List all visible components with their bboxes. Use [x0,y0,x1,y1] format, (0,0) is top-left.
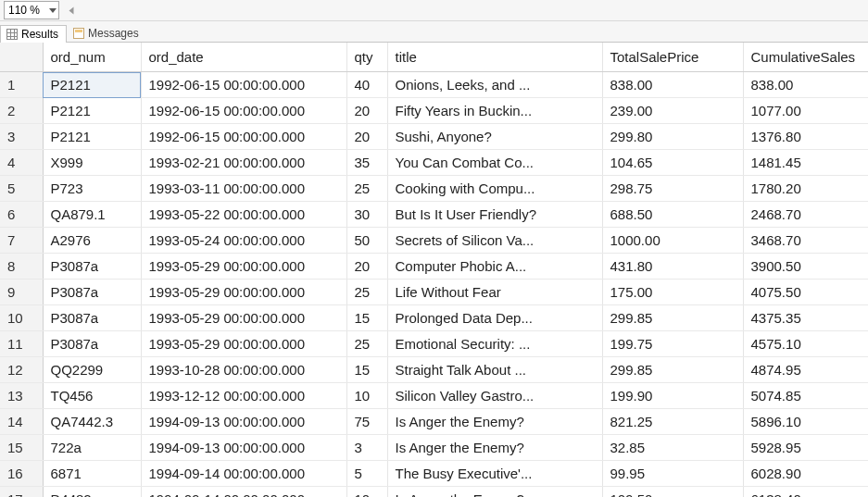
rownum-header[interactable] [0,43,43,72]
cell-total[interactable]: 104.65 [602,150,743,176]
cell-cum[interactable]: 2468.70 [743,202,868,228]
cell-qty[interactable]: 15 [346,305,387,331]
cell-cum[interactable]: 4575.10 [743,331,868,357]
rownum-cell[interactable]: 11 [0,331,43,357]
cell-total[interactable]: 32.85 [602,435,743,461]
col-header-ordnum[interactable]: ord_num [43,43,141,72]
cell-title[interactable]: Life Without Fear [387,280,602,305]
cell-total[interactable]: 838.00 [602,72,743,98]
cell-cum[interactable]: 1376.80 [743,124,868,150]
cell-ord_num[interactable]: QA879.1 [43,202,141,228]
cell-total[interactable]: 299.80 [602,124,743,150]
cell-title[interactable]: Silicon Valley Gastro... [387,383,602,409]
cell-ord_date[interactable]: 1993-10-28 00:00:00.000 [141,357,346,383]
table-row[interactable]: 7A29761993-05-24 00:00:00.00050Secrets o… [0,228,868,254]
cell-ord_num[interactable]: 722a [43,435,141,461]
cell-qty[interactable]: 25 [346,331,387,357]
cell-qty[interactable]: 15 [346,357,387,383]
cell-ord_date[interactable]: 1993-05-29 00:00:00.000 [141,331,346,357]
cell-cum[interactable]: 6138.40 [743,487,868,498]
table-row[interactable]: 6QA879.11993-05-22 00:00:00.00030But Is … [0,202,868,228]
rownum-cell[interactable]: 17 [0,487,43,498]
cell-title[interactable]: Prolonged Data Dep... [387,305,602,331]
table-row[interactable]: 14QA7442.31994-09-13 00:00:00.00075Is An… [0,409,868,435]
cell-title[interactable]: Emotional Security: ... [387,331,602,357]
cell-ord_num[interactable]: P3087a [43,254,141,280]
rownum-cell[interactable]: 13 [0,383,43,409]
table-row[interactable]: 13TQ4561993-12-12 00:00:00.00010Silicon … [0,383,868,409]
table-row[interactable]: 2P21211992-06-15 00:00:00.00020Fifty Yea… [0,98,868,124]
cell-qty[interactable]: 25 [346,176,387,202]
col-header-cum[interactable]: CumulativeSales [743,43,868,72]
col-header-orddate[interactable]: ord_date [141,43,346,72]
cell-ord_date[interactable]: 1994-09-13 00:00:00.000 [141,435,346,461]
cell-total[interactable]: 299.85 [602,305,743,331]
cell-qty[interactable]: 75 [346,409,387,435]
cell-qty[interactable]: 20 [346,254,387,280]
table-row[interactable]: 15722a1994-09-13 00:00:00.0003Is Anger t… [0,435,868,461]
cell-qty[interactable]: 35 [346,150,387,176]
cell-ord_num[interactable]: QA7442.3 [43,409,141,435]
cell-total[interactable]: 99.95 [602,461,743,487]
cell-total[interactable]: 1000.00 [602,228,743,254]
cell-total[interactable]: 688.50 [602,202,743,228]
table-row[interactable]: 8P3087a1993-05-29 00:00:00.00020Computer… [0,254,868,280]
table-row[interactable]: 4X9991993-02-21 00:00:00.00035You Can Co… [0,150,868,176]
tab-messages[interactable]: Messages [67,24,147,42]
cell-cum[interactable]: 3468.70 [743,228,868,254]
cell-cum[interactable]: 4075.50 [743,280,868,305]
cell-title[interactable]: Straight Talk About ... [387,357,602,383]
cell-ord_num[interactable]: P2121 [43,124,141,150]
cell-qty[interactable]: 10 [346,487,387,498]
cell-cum[interactable]: 838.00 [743,72,868,98]
cell-cum[interactable]: 5896.10 [743,409,868,435]
table-row[interactable]: 17D44821994-09-14 00:00:00.00010Is Anger… [0,487,868,498]
cell-ord_num[interactable]: P2121 [43,72,141,98]
rownum-cell[interactable]: 10 [0,305,43,331]
cell-ord_date[interactable]: 1992-06-15 00:00:00.000 [141,124,346,150]
rownum-cell[interactable]: 7 [0,228,43,254]
rownum-cell[interactable]: 16 [0,461,43,487]
cell-total[interactable]: 199.90 [602,383,743,409]
rownum-cell[interactable]: 6 [0,202,43,228]
cell-ord_num[interactable]: QQ2299 [43,357,141,383]
cell-ord_date[interactable]: 1993-05-29 00:00:00.000 [141,280,346,305]
cell-title[interactable]: Fifty Years in Buckin... [387,98,602,124]
cell-ord_date[interactable]: 1992-06-15 00:00:00.000 [141,98,346,124]
cell-ord_date[interactable]: 1994-09-14 00:00:00.000 [141,461,346,487]
cell-total[interactable]: 299.85 [602,357,743,383]
col-header-qty[interactable]: qty [346,43,387,72]
cell-title[interactable]: Onions, Leeks, and ... [387,72,602,98]
cell-title[interactable]: You Can Combat Co... [387,150,602,176]
cell-ord_num[interactable]: P723 [43,176,141,202]
cell-ord_date[interactable]: 1992-06-15 00:00:00.000 [141,72,346,98]
rownum-cell[interactable]: 9 [0,280,43,305]
cell-ord_date[interactable]: 1993-05-22 00:00:00.000 [141,202,346,228]
cell-ord_num[interactable]: P3087a [43,280,141,305]
cell-total[interactable]: 199.75 [602,331,743,357]
cell-ord_date[interactable]: 1993-05-29 00:00:00.000 [141,305,346,331]
cell-qty[interactable]: 10 [346,383,387,409]
zoom-select[interactable]: 110 % [4,1,59,19]
cell-ord_num[interactable]: P2121 [43,98,141,124]
rownum-cell[interactable]: 8 [0,254,43,280]
cell-qty[interactable]: 25 [346,280,387,305]
rownum-cell[interactable]: 12 [0,357,43,383]
table-row[interactable]: 3P21211992-06-15 00:00:00.00020Sushi, An… [0,124,868,150]
cell-cum[interactable]: 1481.45 [743,150,868,176]
rownum-cell[interactable]: 3 [0,124,43,150]
cell-cum[interactable]: 5928.95 [743,435,868,461]
cell-title[interactable]: The Busy Executive'... [387,461,602,487]
cell-qty[interactable]: 40 [346,72,387,98]
table-row[interactable]: 1668711994-09-14 00:00:00.0005The Busy E… [0,461,868,487]
cell-ord_date[interactable]: 1993-12-12 00:00:00.000 [141,383,346,409]
cell-qty[interactable]: 50 [346,228,387,254]
cell-cum[interactable]: 4375.35 [743,305,868,331]
cell-ord_num[interactable]: A2976 [43,228,141,254]
cell-cum[interactable]: 4874.95 [743,357,868,383]
cell-qty[interactable]: 20 [346,124,387,150]
table-row[interactable]: 9P3087a1993-05-29 00:00:00.00025Life Wit… [0,280,868,305]
cell-title[interactable]: Sushi, Anyone? [387,124,602,150]
cell-title[interactable]: Cooking with Compu... [387,176,602,202]
cell-cum[interactable]: 3900.50 [743,254,868,280]
